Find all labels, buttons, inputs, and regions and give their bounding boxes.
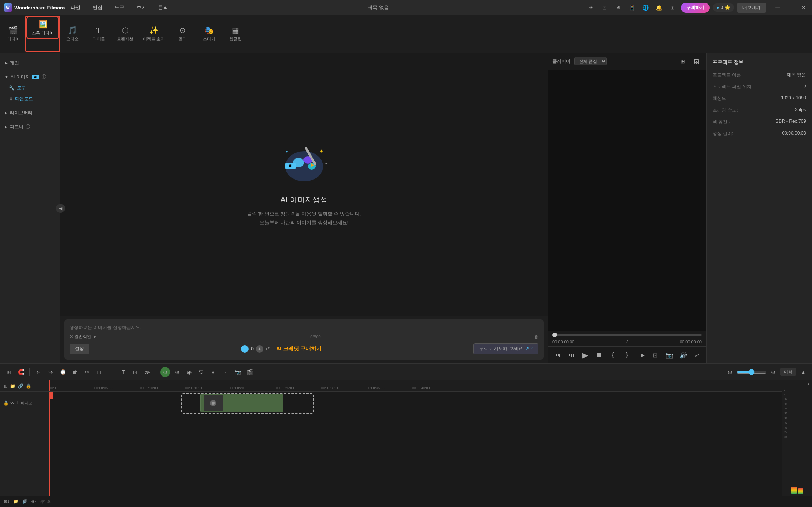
tl-more-icon[interactable]: ≫ <box>142 367 152 377</box>
menu-view[interactable]: 보기 <box>134 3 148 12</box>
timeline-thumb[interactable] <box>552 333 557 337</box>
toolbar-sticker[interactable]: 🎭 스티커 <box>196 17 222 51</box>
delete-icon[interactable]: 🗑 <box>534 335 538 339</box>
sidebar-item-partner[interactable]: ▶ 파트너 ⓘ <box>0 121 60 132</box>
image-view-icon[interactable]: 🖼 <box>691 56 702 67</box>
credit-button[interactable]: ● 0 ⭐ <box>713 3 734 12</box>
toolbar-stock[interactable]: 🖼️ 스톡 미디어 <box>26 17 59 39</box>
menu-help[interactable]: 문의 <box>156 3 170 12</box>
image-description-input[interactable] <box>70 325 538 330</box>
sidebar-item-download[interactable]: ⬇ 다운로드 <box>0 93 60 104</box>
tl-delete-icon[interactable]: 🗑 <box>70 367 80 377</box>
snapshot-icon[interactable]: 📷 <box>664 350 674 360</box>
track-folder-icon[interactable]: 📁 <box>10 383 15 389</box>
status-item-2[interactable]: 📁 <box>13 499 19 504</box>
toolbar-filter[interactable]: ⊙ 필터 <box>169 17 196 51</box>
meter-button[interactable]: 미터 <box>780 368 796 376</box>
track-eye-1[interactable]: 👁 <box>10 400 15 406</box>
try-free-button[interactable]: 무료로 시도해 보세요 ↗ 2 <box>473 343 538 354</box>
tl-center-8[interactable]: 🎬 <box>245 367 255 377</box>
mark-in-icon[interactable]: { <box>608 350 618 360</box>
toolbar-effect[interactable]: ✨ 이펙트 효과 <box>138 17 169 51</box>
sidebar-item-tools[interactable]: 🔧 도구 <box>0 82 60 93</box>
playhead[interactable] <box>49 380 50 391</box>
tl-center-2[interactable]: ⊕ <box>172 367 182 377</box>
tl-center-1[interactable]: ⊙ <box>160 367 170 377</box>
export-button[interactable]: 내보내기 <box>737 3 766 13</box>
grid-icon[interactable]: ⊞ <box>667 2 678 13</box>
track-lock-1[interactable]: 🔒 <box>3 400 9 406</box>
settings-button[interactable]: 설정 <box>70 344 89 354</box>
tl-snip-icon[interactable]: ⌚ <box>58 367 68 377</box>
fit-icon[interactable]: ⊡ <box>650 350 660 360</box>
tl-center-6[interactable]: ⊡ <box>221 367 230 377</box>
menu-tools[interactable]: 도구 <box>112 3 127 12</box>
status-item-4[interactable]: 👁 <box>31 499 36 504</box>
sidebar-item-library[interactable]: ▶ 라이브러리 <box>0 107 60 118</box>
toolbar-transition[interactable]: ⬡ 트랜지션 <box>112 17 138 51</box>
share-icon[interactable]: ✈ <box>586 2 596 13</box>
bell-icon[interactable]: 🔔 <box>654 2 664 13</box>
step-back-icon[interactable]: ⏭ <box>566 350 576 360</box>
template-label: 템플릿 <box>229 36 242 42</box>
menu-file[interactable]: 파일 <box>68 3 83 12</box>
skip-back-icon[interactable]: ⏮ <box>552 350 562 360</box>
tl-copy-icon[interactable]: ⊡ <box>94 367 104 377</box>
zoom-out-icon[interactable]: ⊖ <box>725 367 735 377</box>
ai-credit-label[interactable]: AI 크레딧 구매하기 <box>276 346 322 352</box>
menu-edit[interactable]: 편집 <box>90 3 105 12</box>
zoom-in-icon[interactable]: ⊕ <box>768 367 778 377</box>
toolbar-audio[interactable]: 🎵 오디오 <box>59 17 85 51</box>
close-button[interactable]: ✕ <box>798 3 808 12</box>
status-item-3[interactable]: 🔊 <box>22 499 28 504</box>
monitor-icon[interactable]: 🖥 <box>613 2 623 13</box>
grid-view-icon[interactable]: ⊞ <box>677 56 688 67</box>
partner-info-icon[interactable]: ⓘ <box>26 124 30 130</box>
cloud-icon[interactable]: ⊡ <box>599 2 610 13</box>
tl-center-3[interactable]: ◉ <box>184 367 194 377</box>
minimize-button[interactable]: ─ <box>773 3 783 12</box>
tl-crop-icon[interactable]: ⊡ <box>130 367 140 377</box>
quality-select[interactable]: 전체 품질 1/2 품질 1/4 품질 <box>574 57 607 65</box>
track-lock-icon[interactable]: 🔒 <box>26 383 31 389</box>
volume-icon[interactable]: 🔊 <box>678 350 688 360</box>
play-icon[interactable]: ▶ <box>580 350 590 360</box>
refresh-icon[interactable]: ↺ <box>266 346 270 352</box>
zoom-slider[interactable] <box>736 369 767 375</box>
tl-cut-icon[interactable]: ✂ <box>82 367 92 377</box>
ruler[interactable]: 00:00 00:00:05:00 00:00:10:00 00:00:15:0… <box>49 380 782 392</box>
tl-marker-icon[interactable]: ⋮ <box>106 367 116 377</box>
track-link-icon[interactable]: 🔗 <box>18 383 23 389</box>
toolbar-title[interactable]: T 타이틀 <box>85 17 112 51</box>
collapse-button[interactable]: ◀ <box>56 204 65 213</box>
toolbar-media[interactable]: 🎬 미디어 <box>0 17 26 51</box>
insert-icon[interactable]: ⊢▶ <box>636 350 646 360</box>
tl-text-icon[interactable]: T <box>118 367 128 377</box>
fullscreen-icon[interactable]: ⤢ <box>692 350 702 360</box>
tl-grid-icon[interactable]: ⊞ <box>4 367 14 377</box>
maximize-button[interactable]: □ <box>786 3 795 12</box>
video-clip-1[interactable] <box>200 394 283 412</box>
tl-center-7[interactable]: 📷 <box>233 367 243 377</box>
tl-center-5[interactable]: 🎙 <box>209 367 218 377</box>
tl-redo-icon[interactable]: ↪ <box>46 367 56 377</box>
status-item-1[interactable]: ⊞1 <box>4 499 9 504</box>
sidebar-item-private[interactable]: ▶ 개인 <box>0 57 60 68</box>
phone-icon[interactable]: 📱 <box>626 2 637 13</box>
ai-info-icon[interactable]: ⓘ <box>42 74 46 80</box>
sidebar-item-ai[interactable]: ▼ AI 이미지 AI ⓘ <box>0 71 60 82</box>
tl-center-4[interactable]: 🛡 <box>196 367 206 377</box>
buy-button[interactable]: 구매하기 <box>681 3 710 13</box>
stop-icon[interactable]: ⏹ <box>594 350 604 360</box>
timeline-progress-bar[interactable] <box>552 334 702 336</box>
globe-icon[interactable]: 🌐 <box>640 2 651 13</box>
tl-undo-icon[interactable]: ↩ <box>34 367 43 377</box>
credit-add-button[interactable]: + <box>256 345 263 353</box>
player-tab[interactable]: 플레이어 <box>552 58 571 65</box>
tl-magnet-icon[interactable]: 🧲 <box>16 367 26 377</box>
toolbar-template[interactable]: ▦ 템플릿 <box>222 17 249 51</box>
mark-out-icon[interactable]: } <box>622 350 632 360</box>
tl-chevron-up-icon[interactable]: ▲ <box>798 367 808 377</box>
style-select[interactable]: ✕ 일반적인 ▼ <box>70 334 97 340</box>
track-add-icon[interactable]: ⊞ <box>4 383 8 389</box>
